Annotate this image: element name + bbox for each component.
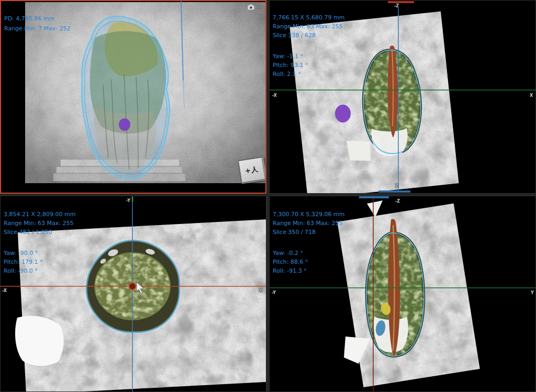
horizontal-divider[interactable] <box>0 194 536 196</box>
axis-label-top: -Z <box>394 4 399 8</box>
viewer-workspace: PD: 4,795.86 mm Range Min: 7 Max: 252 +人 <box>0 0 536 392</box>
axis-label-left: -X <box>2 288 7 293</box>
range-label: Range Min: 63 Max: 255 <box>4 219 75 228</box>
slice-indicator-green[interactable] <box>132 197 133 201</box>
axis-label-right: X <box>530 93 533 98</box>
range-label: Range Min: 7 Max: 252 <box>4 24 71 33</box>
range-label: Range Min: 63 Max: 255 <box>273 219 344 228</box>
pitch-label: Pitch: 88.6 ° <box>273 257 344 266</box>
view-3d[interactable]: PD: 4,795.86 mm Range Min: 7 Max: 252 +人 <box>0 0 266 194</box>
axis-label-right: X <box>259 288 262 293</box>
axis-label-bottom: Z <box>395 184 398 188</box>
panel-icon[interactable] <box>256 5 261 9</box>
slice-label: Slice 482 / 1,050 <box>4 228 75 237</box>
slice-info: 3,854.21 X 2,809.00 mm Range Min: 63 Max… <box>4 210 75 275</box>
size-label: 7,300.70 X 5,329.06 mm <box>273 210 344 219</box>
pitch-label: Pitch: 179.1 ° <box>4 257 75 266</box>
camera-icon[interactable] <box>248 4 254 10</box>
pitch-label: Pitch: 93.1 ° <box>273 61 344 70</box>
roll-label: Roll: 2.1 ° <box>273 70 344 79</box>
projection-depth-label: PD: 4,795.86 mm <box>4 14 71 24</box>
axis-label-right: Y <box>531 290 534 295</box>
axis-label-left: -Y <box>272 290 276 295</box>
orientation-cube-glyph: +人 <box>244 164 259 176</box>
view-slice-top-right[interactable]: -Z -X X Z 7,766.15 X 5,680.79 mm Range M… <box>269 0 536 194</box>
slice-label: Slice 350 / 718 <box>273 228 344 237</box>
view-3d-info: PD: 4,795.86 mm Range Min: 7 Max: 252 <box>4 14 71 33</box>
range-label: Range Min: 63 Max: 255 <box>273 22 344 31</box>
yaw-label: Yaw: -1.1 ° <box>273 52 344 61</box>
slice-info: 7,766.15 X 5,680.79 mm Range Min: 63 Max… <box>273 13 344 79</box>
purple-organelle <box>335 105 351 122</box>
orientation-cube-icon[interactable]: +人 <box>238 156 266 184</box>
white-region <box>15 316 64 366</box>
axis-label-top: -Z <box>395 199 400 204</box>
view-slice-bottom-left[interactable]: -Y -X X 3,854.21 X 2,809.00 mm Range Min… <box>0 196 266 392</box>
slice-indicator-blue[interactable] <box>378 191 410 193</box>
vertical-divider[interactable] <box>266 0 269 392</box>
size-label: 3,854.21 X 2,809.00 mm <box>4 210 75 219</box>
roll-label: Roll: -91.3 ° <box>273 266 344 275</box>
size-label: 7,766.15 X 5,680.79 mm <box>273 13 344 22</box>
crosshair-center-marker[interactable] <box>129 283 136 290</box>
view-slice-bottom-right[interactable]: -Z -Y Y 7,300.70 X 5,329.06 mm Range Min… <box>269 196 536 392</box>
slice-indicator-blue[interactable] <box>359 196 389 198</box>
white-corner-top <box>367 200 383 217</box>
yaw-label: Yaw: -0.2 ° <box>273 249 344 257</box>
roll-label: Roll: -90.0 ° <box>4 266 75 275</box>
axis-label-left: -X <box>272 93 277 98</box>
yaw-label: Yaw: -90.0 ° <box>4 249 75 257</box>
slice-label: Slice 338 / 628 <box>273 31 344 40</box>
purple-organelle <box>119 118 130 131</box>
slice-indicator-red[interactable] <box>388 1 414 3</box>
axis-label-top: -Y <box>126 198 130 203</box>
slice-info: 7,300.70 X 5,329.06 mm Range Min: 63 Max… <box>273 210 344 275</box>
segmentation-3d <box>82 16 170 179</box>
